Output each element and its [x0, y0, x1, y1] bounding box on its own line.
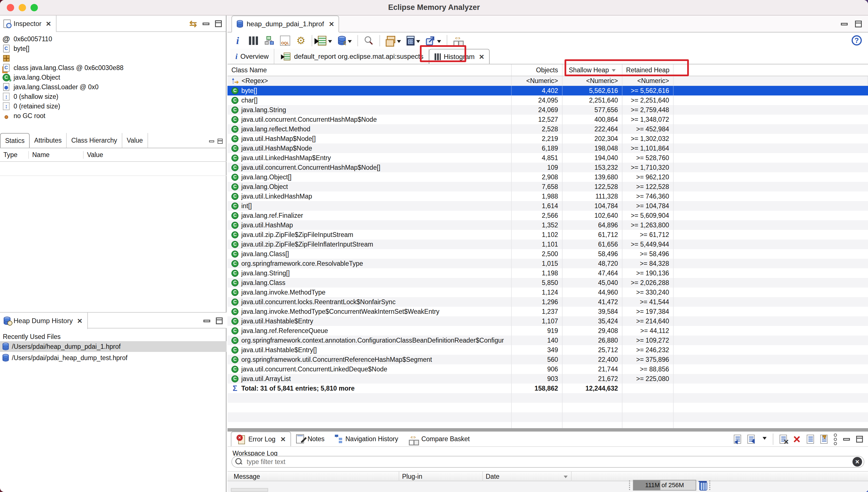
run-query-icon[interactable]	[318, 35, 332, 47]
histogram-row[interactable]: Cjava.util.HashMap 1,352 64,896 >= 1,263…	[227, 220, 868, 230]
open-log-icon[interactable]	[807, 435, 814, 444]
histogram-row[interactable]: Cjava.lang.Object 7,658 122,528 >= 122,5…	[227, 182, 868, 192]
tab-error-log[interactable]: × Error Log ×	[231, 432, 291, 446]
col-date[interactable]: Date	[486, 473, 500, 481]
link-with-editor-icon[interactable]: ⇆	[189, 18, 197, 29]
group-result-icon[interactable]	[386, 35, 401, 47]
inspector-item[interactable]: @ 0x6c0057110	[2, 34, 226, 44]
histogram-row[interactable]: Cjava.util.Hashtable$Entry 1,107 35,424 …	[227, 316, 868, 326]
close-icon[interactable]: ×	[281, 435, 286, 443]
inspector-item[interactable]	[2, 53, 226, 63]
log-horizontal-scrollbar[interactable]	[231, 488, 268, 492]
restore-log-icon[interactable]	[820, 435, 827, 444]
histogram-row[interactable]: Corg.springframework.util.ConcurrentRefe…	[227, 355, 868, 364]
overview-info-icon[interactable]: i	[233, 35, 243, 47]
close-icon[interactable]: ×	[479, 52, 484, 61]
export-log-icon[interactable]	[747, 435, 755, 444]
recent-file-item[interactable]: /Users/pdai/pdai_heap_dump_test.hprof	[0, 352, 226, 363]
close-icon[interactable]: ×	[77, 317, 82, 325]
histogram-row[interactable]: Cjava.lang.invoke.MethodType 1,124 44,96…	[227, 288, 868, 297]
tab-histogram[interactable]: Histogram ×	[429, 49, 490, 64]
close-window-button[interactable]	[7, 4, 14, 11]
maximize-view-icon[interactable]	[216, 317, 223, 324]
zoom-window-button[interactable]	[30, 4, 38, 11]
histogram-row[interactable]: Cjava.util.concurrent.locks.ReentrantLoc…	[227, 297, 868, 307]
tab-compare-basket[interactable]: ⇔ Compare Basket	[403, 432, 475, 446]
histogram-row[interactable]: Cjava.lang.reflect.Method 2,528 222,464 …	[227, 124, 868, 134]
dominator-tree-icon[interactable]	[264, 35, 274, 47]
inspector-item[interactable]: java.lang.ClassLoader @ 0x0	[2, 82, 226, 92]
tab-class-hierarchy[interactable]: Class Hierarchy	[67, 133, 122, 148]
inspector-item[interactable]: ↕ 0 (shallow size)	[2, 92, 226, 101]
compare-basket-icon[interactable]: ⇔	[453, 35, 463, 46]
dropdown-arrow-icon[interactable]	[763, 437, 767, 442]
numeric-filter[interactable]: <Numeric>	[623, 76, 674, 85]
tab-attributes[interactable]: Attributes	[30, 133, 67, 148]
col-objects[interactable]: Objects	[512, 65, 562, 76]
tab-overview[interactable]: i Overview	[230, 49, 274, 64]
histogram-row[interactable]: Cint[] 1,614 104,784 >= 104,784	[227, 201, 868, 211]
histogram-row[interactable]: Cjava.util.HashMap$Node 6,189 198,048 >=…	[227, 144, 868, 153]
inspector-item[interactable]: Cs java.lang.Object	[2, 73, 226, 82]
numeric-filter[interactable]: <Numeric>	[562, 76, 623, 85]
histogram-row[interactable]: Cjava.util.concurrent.ConcurrentHashMap$…	[227, 115, 868, 124]
minimize-view-icon[interactable]	[203, 320, 210, 322]
histogram-row[interactable]: Cjava.lang.Class[] 2,500 58,496 >= 58,49…	[227, 249, 868, 259]
regex-filter[interactable]: <Regex>	[242, 77, 268, 85]
calculator-icon[interactable]	[407, 35, 420, 47]
tab-heap-dump-history[interactable]: Heap Dump History ×	[0, 313, 88, 329]
col-retained-heap[interactable]: Retained Heap	[623, 65, 674, 76]
histogram-icon[interactable]	[248, 35, 259, 47]
minimize-section-icon[interactable]	[209, 140, 214, 142]
histogram-row[interactable]: Cjava.util.Hashtable$Entry[] 349 25,712 …	[227, 345, 868, 355]
histogram-row[interactable]: Cjava.util.zip.ZipFile$ZipFileInputStrea…	[227, 230, 868, 240]
run-gc-trash-icon[interactable]	[698, 481, 707, 490]
histogram-row[interactable]: Cbyte[] 4,402 5,562,616 >= 5,562,616	[227, 86, 868, 96]
histogram-row[interactable]: Cjava.lang.ref.ReferenceQueue 919 29,408…	[227, 326, 868, 336]
col-class-name[interactable]: Class Name	[227, 65, 512, 76]
histogram-row[interactable]: Cjava.lang.String[] 1,198 47,464 >= 190,…	[227, 268, 868, 278]
histogram-row[interactable]: Cjava.lang.ref.Finalizer 2,566 102,640 >…	[227, 211, 868, 220]
close-icon[interactable]: ×	[46, 20, 51, 28]
run-report-gear-icon[interactable]: ⚙	[296, 35, 306, 47]
histogram-row[interactable]: Cjava.util.concurrent.ConcurrentLinkedDe…	[227, 364, 868, 374]
histogram-row[interactable]: Corg.springframework.context.annotation.…	[227, 336, 868, 345]
drag-handle[interactable]	[629, 481, 631, 490]
export-icon[interactable]	[426, 35, 441, 47]
log-filter-input[interactable]	[232, 456, 864, 468]
tab-navigation-history[interactable]: Navigation History	[330, 432, 404, 446]
minimize-editor-icon[interactable]	[841, 23, 848, 25]
editor-tab-heap-dump[interactable]: heap_dump_pdai_1.hprof ×	[232, 16, 339, 32]
histogram-row[interactable]: Cjava.util.LinkedHashMap$Entry 4,851 194…	[227, 153, 868, 163]
oql-icon[interactable]: OQL	[280, 35, 290, 46]
histogram-row[interactable]: Corg.springframework.core.ResolvableType…	[227, 259, 868, 268]
maximize-view-icon[interactable]	[215, 20, 222, 27]
import-log-icon[interactable]	[734, 435, 741, 444]
histogram-row[interactable]: Cjava.lang.String 24,069 577,656 >= 2,75…	[227, 105, 868, 115]
tab-value[interactable]: Value	[122, 133, 148, 148]
maximize-section-icon[interactable]	[218, 139, 223, 144]
minimize-panel-icon[interactable]	[843, 438, 850, 441]
inspector-item[interactable]: C class java.lang.Class @ 0x6c0030e88	[2, 63, 226, 73]
minimize-view-icon[interactable]	[202, 23, 209, 25]
maximize-panel-icon[interactable]	[856, 436, 863, 443]
maximize-editor-icon[interactable]	[855, 21, 862, 27]
tab-notes[interactable]: Notes	[291, 432, 330, 446]
inspector-item[interactable]: C byte[]	[2, 44, 226, 53]
histogram-row[interactable]: Cjava.lang.invoke.MethodType$ConcurrentW…	[227, 307, 868, 316]
histogram-row[interactable]: Cjava.lang.Class 5,850 45,040 >= 2,026,2…	[227, 278, 868, 288]
view-menu-icon[interactable]	[834, 434, 837, 445]
heap-actions-icon[interactable]: ⚙	[338, 35, 352, 47]
col-shallow-heap[interactable]: Shallow Heap	[562, 65, 623, 76]
histogram-row[interactable]: Cjava.util.concurrent.ConcurrentHashMap$…	[227, 163, 868, 172]
clear-log-icon[interactable]	[779, 435, 787, 444]
tab-statics[interactable]: Statics	[0, 133, 30, 148]
close-icon[interactable]: ×	[329, 20, 334, 28]
recent-file-item[interactable]: /Users/pdai/heap_dump_pdai_1.hprof	[0, 341, 226, 352]
help-icon[interactable]: ?	[852, 35, 862, 46]
histogram-row[interactable]: Cjava.lang.Object[] 2,908 139,680 >= 962…	[227, 172, 868, 182]
tab-default-report[interactable]: default_report org.eclipse.mat.api:suspe…	[274, 49, 429, 64]
drag-handle[interactable]	[709, 481, 711, 490]
horizontal-scrollbar[interactable]	[227, 428, 868, 432]
search-icon[interactable]	[364, 35, 374, 47]
